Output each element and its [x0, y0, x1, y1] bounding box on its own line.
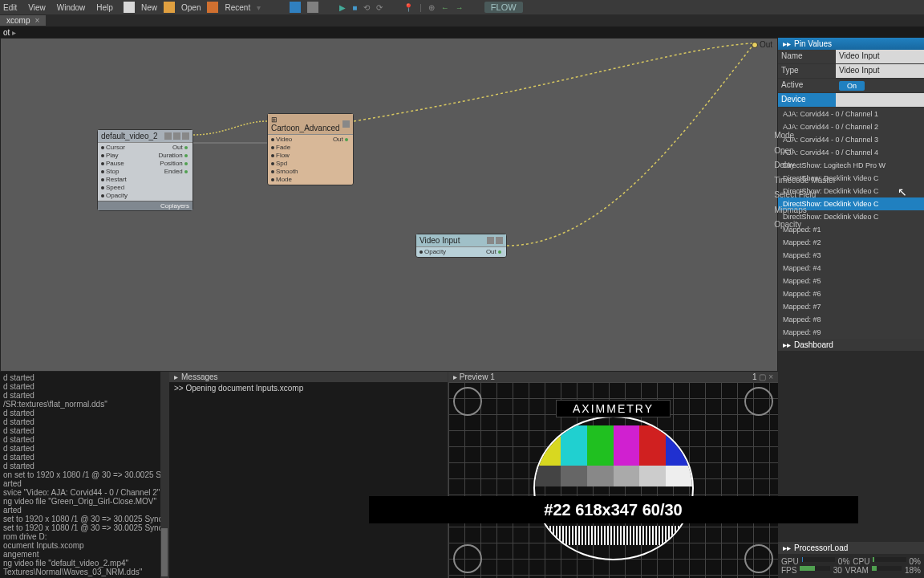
log-panel[interactable]: d startedd startedd started/SR:textures\… [0, 372, 168, 578]
device-option[interactable]: Mapped: #3 [778, 249, 924, 262]
node-port-in[interactable]: Spd [271, 160, 287, 168]
forward-icon[interactable]: ⟳ [376, 3, 383, 12]
prop-device-value[interactable] [836, 93, 924, 107]
log-line: rom drive D: [3, 532, 165, 541]
flow-indicator[interactable]: FLOW [484, 2, 523, 13]
stop-icon[interactable]: ■ [352, 3, 357, 12]
prop-active-value[interactable]: On [836, 79, 924, 92]
node-port-out[interactable]: Out [486, 248, 503, 256]
processorload-header[interactable]: ▸▸ ProcessorLoad [778, 542, 924, 554]
device-option[interactable]: AJA: Corvid44 - 0 / Channel 1 [778, 108, 924, 120]
node-port-in[interactable]: Speed [101, 184, 124, 192]
pin-icon[interactable]: 📍 [403, 3, 413, 12]
tool-icon-3[interactable]: ⊕ [428, 3, 435, 12]
node-icon[interactable] [487, 237, 494, 244]
node-cartoon-advanced[interactable]: ⊞ Cartoon_Advanced VideoOut FadeFlowSpdS… [267, 113, 354, 185]
cpu-label: CPU [853, 557, 869, 566]
tool-icon-1[interactable] [290, 2, 301, 13]
device-option[interactable]: Mapped: #4 [778, 262, 924, 275]
node-title: default_video_2 [101, 132, 158, 140]
node-port-in[interactable]: Smooth [271, 168, 298, 176]
node-icon[interactable] [182, 132, 189, 140]
node-port-in[interactable]: Restart [101, 176, 127, 184]
menu-view[interactable]: View [28, 3, 46, 12]
device-option[interactable]: Mapped: #9 [778, 326, 924, 339]
node-icon[interactable] [164, 132, 172, 140]
menu-help[interactable]: Help [96, 3, 113, 12]
canvas-out-port[interactable] [752, 42, 758, 48]
device-option[interactable]: Mapped: #7 [778, 300, 924, 313]
node-port-out[interactable]: Ended [164, 168, 189, 176]
log-line: d started [3, 444, 165, 453]
node-icon[interactable] [496, 237, 503, 244]
panel-header-icon: ▸ [453, 372, 457, 381]
prop-device-label: Device [778, 93, 836, 107]
node-footer[interactable]: Coplayers [98, 201, 192, 210]
node-video-input[interactable]: Video Input OpacityOut [415, 234, 507, 258]
preview-panel: ▸ Preview 1 1 ▢ × AXIMMETRY [448, 372, 778, 578]
node-port-in[interactable]: Mode [271, 176, 292, 184]
log-line: d started [3, 435, 165, 444]
node-icon[interactable] [342, 120, 350, 128]
node-icon[interactable] [173, 132, 180, 140]
node-port-in[interactable]: Pause [101, 160, 124, 168]
dashboard-header[interactable]: ▸▸ Dashboard [778, 339, 924, 351]
node-port-in[interactable]: Flow [271, 152, 290, 160]
breadcrumb-bar: ot ▸ [0, 26, 924, 38]
node-default-video-2[interactable]: default_video_2 CursorOut PlayDuration P… [97, 129, 193, 211]
tool-icon-2[interactable] [307, 2, 318, 13]
node-port-out[interactable]: Out [172, 144, 189, 152]
new-label[interactable]: New [141, 3, 157, 12]
tool-icon-5[interactable]: → [456, 3, 464, 12]
node-port-in[interactable]: Play [101, 152, 119, 160]
log-line: angement [3, 550, 165, 559]
scrollbar[interactable] [160, 372, 168, 578]
log-line: d started [3, 391, 165, 400]
on-toggle[interactable]: On [839, 81, 865, 91]
pin-values-header[interactable]: ▸▸ Pin Values [778, 38, 924, 50]
breadcrumb-root[interactable]: ot [3, 28, 10, 37]
prop-type-value[interactable]: Video Input [836, 64, 924, 78]
node-port-out[interactable]: Duration [159, 152, 189, 160]
prop-name-value[interactable]: Video Input [836, 50, 924, 63]
close-icon[interactable]: × [34, 16, 39, 25]
log-line: d started [3, 409, 165, 417]
preview-viewport[interactable]: AXIMMETRY [448, 382, 778, 578]
tab-label: xcomp [6, 16, 30, 25]
prop-type-label: Type [778, 64, 836, 78]
device-option[interactable]: Mapped: #5 [778, 275, 924, 287]
tool-icon-4[interactable]: ← [441, 3, 449, 12]
recent-icon[interactable] [207, 2, 218, 13]
log-line: arted [3, 479, 165, 488]
prop-name-label: Name [778, 50, 836, 63]
messages-body[interactable]: >> Opening document Inputs.xcomp [169, 382, 448, 394]
open-icon[interactable] [164, 2, 175, 13]
node-canvas[interactable]: Out default_video_2 CursorOut PlayDurati… [0, 38, 778, 372]
node-port-in[interactable]: Cursor [101, 144, 125, 152]
play-icon[interactable]: ▶ [339, 3, 346, 12]
log-line: set to 1920 x 1080 /1 @ 30 => 30.0025 Sy… [3, 515, 165, 523]
rewind-icon[interactable]: ⟲ [363, 3, 370, 12]
node-port-in[interactable]: Opacity [419, 248, 446, 256]
node-port-in[interactable]: Opacity [101, 192, 128, 200]
gpu-value: 0% [838, 557, 849, 566]
device-option[interactable]: Mapped: #8 [778, 313, 924, 326]
device-option[interactable]: Mapped: #6 [778, 287, 924, 300]
tab-bar: xcomp × [0, 14, 924, 26]
node-port-in[interactable]: Stop [101, 168, 119, 176]
new-icon[interactable] [124, 2, 135, 13]
node-port-out[interactable]: Out [333, 136, 350, 144]
menu-window[interactable]: Window [57, 3, 86, 12]
recent-label[interactable]: Recent [225, 3, 250, 12]
open-label[interactable]: Open [181, 3, 201, 12]
log-line: arted [3, 506, 165, 515]
node-port-in[interactable]: Video [271, 136, 292, 144]
menu-edit[interactable]: Edit [3, 3, 17, 12]
document-tab[interactable]: xcomp × [0, 15, 46, 26]
device-option[interactable]: Mapped: #2 [778, 236, 924, 249]
node-port-out[interactable]: Position [160, 160, 189, 168]
prop-labels-behind: Mode Open Delay Timecode Master Select F… [774, 128, 836, 233]
node-title: Video Input [419, 236, 460, 245]
panel-header-icon: ▸ [174, 372, 178, 381]
node-port-in[interactable]: Fade [271, 144, 290, 152]
